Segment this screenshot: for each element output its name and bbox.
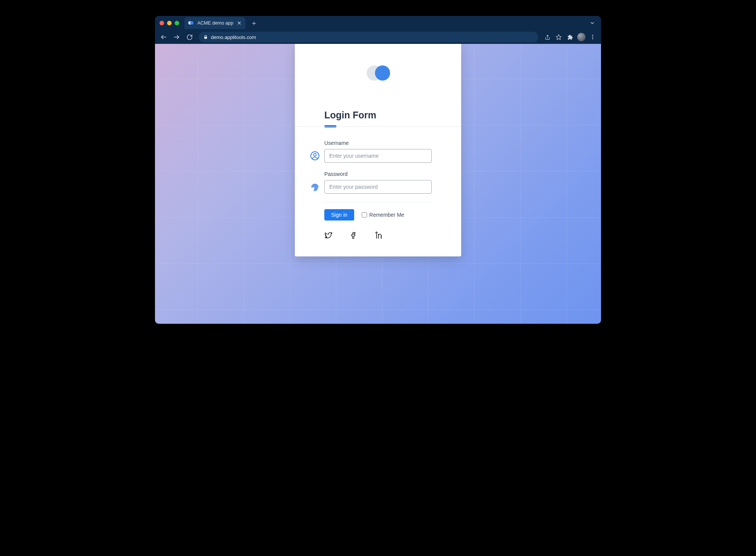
username-label: Username xyxy=(324,140,432,146)
remember-label: Remember Me xyxy=(369,212,404,218)
twitter-icon[interactable] xyxy=(324,231,333,239)
remember-me[interactable]: Remember Me xyxy=(362,212,404,218)
avatar-icon xyxy=(577,33,586,41)
toolbar: demo.applitools.com xyxy=(155,30,601,44)
fingerprint-icon xyxy=(310,182,320,192)
divider xyxy=(324,202,432,202)
window-controls xyxy=(160,21,179,25)
tab-strip: ACME demo app ✕ ＋ xyxy=(155,16,601,30)
new-tab-button[interactable]: ＋ xyxy=(249,18,259,28)
tabs-overflow-button[interactable] xyxy=(587,17,598,29)
remember-checkbox[interactable] xyxy=(362,212,367,217)
password-field: Password xyxy=(324,171,432,194)
logo-row xyxy=(295,44,461,89)
back-button[interactable] xyxy=(158,31,169,43)
address-bar[interactable]: demo.applitools.com xyxy=(199,32,538,42)
svg-point-7 xyxy=(314,154,316,156)
extensions-button[interactable] xyxy=(565,32,575,42)
form-title: Login Form xyxy=(324,110,461,121)
lock-icon xyxy=(203,35,208,39)
browser-window: ACME demo app ✕ ＋ demo.applitools.com xyxy=(155,16,601,324)
user-icon xyxy=(310,151,320,161)
window-maximize-button[interactable] xyxy=(175,21,179,25)
window-minimize-button[interactable] xyxy=(167,21,172,25)
forward-button[interactable] xyxy=(171,31,182,43)
linkedin-icon[interactable] xyxy=(375,231,383,239)
bookmark-button[interactable] xyxy=(553,32,564,42)
facebook-icon[interactable] xyxy=(350,231,358,239)
svg-point-8 xyxy=(376,232,377,233)
svg-point-3 xyxy=(592,35,593,36)
action-row: Sign in Remember Me xyxy=(324,209,432,221)
password-label: Password xyxy=(324,171,432,177)
username-input[interactable] xyxy=(324,149,432,163)
login-card: Login Form Username Password xyxy=(295,44,461,256)
reload-button[interactable] xyxy=(184,31,195,43)
username-field: Username xyxy=(324,140,432,163)
share-button[interactable] xyxy=(542,32,553,42)
app-logo-icon xyxy=(367,65,389,81)
svg-point-5 xyxy=(592,38,593,39)
password-input[interactable] xyxy=(324,180,432,194)
svg-marker-2 xyxy=(556,34,561,39)
menu-button[interactable] xyxy=(587,32,598,42)
browser-tab[interactable]: ACME demo app ✕ xyxy=(184,17,245,29)
social-row xyxy=(324,231,432,239)
window-close-button[interactable] xyxy=(160,21,164,25)
svg-point-4 xyxy=(592,37,593,38)
tab-title: ACME demo app xyxy=(197,20,233,26)
page-viewport: Login Form Username Password xyxy=(155,44,601,324)
tab-favicon-icon xyxy=(188,20,194,26)
toolbar-actions xyxy=(542,32,598,42)
profile-button[interactable] xyxy=(576,32,587,42)
tab-close-button[interactable]: ✕ xyxy=(237,20,242,26)
login-form: Username Password xyxy=(295,127,461,239)
url-text: demo.applitools.com xyxy=(211,34,256,40)
signin-button[interactable]: Sign in xyxy=(324,209,354,221)
